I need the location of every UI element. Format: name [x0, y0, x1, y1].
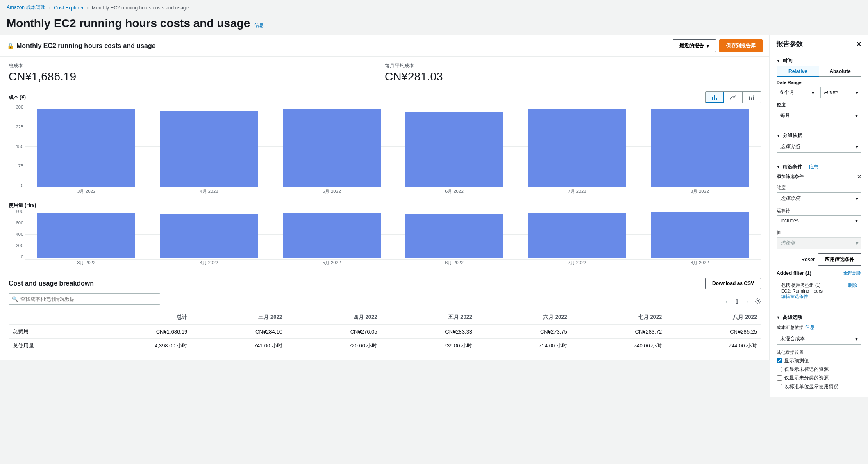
table-cell: 740.00 小时 — [571, 339, 666, 353]
stacked-chart-toggle[interactable] — [742, 92, 761, 103]
table-header: 三月 2022 — [191, 310, 286, 325]
breadcrumb-root[interactable]: Amazon 成本管理 — [7, 4, 45, 11]
show-untagged-checkbox[interactable]: 仅显示未标记的资源 — [777, 366, 861, 373]
time-section-label[interactable]: ▼时间 — [777, 57, 861, 64]
standard-units-checkbox[interactable]: 以标准单位显示使用情况 — [777, 383, 861, 390]
close-icon[interactable]: ✕ — [857, 174, 861, 180]
remove-all-filters-link[interactable]: 全部删除 — [843, 270, 861, 276]
table-cell: CN¥284.10 — [191, 325, 286, 339]
cost-agg-label: 成本汇总依据 信息 — [777, 324, 861, 331]
table-pagination: ‹ 1 › — [724, 297, 761, 306]
line-chart-icon — [730, 94, 736, 100]
filter-card-value: EC2: Running Hours — [781, 288, 857, 293]
gear-icon[interactable] — [754, 298, 761, 306]
recent-reports-button[interactable]: 最近的报告 ▾ — [673, 39, 716, 52]
filter-edit-link[interactable]: 编辑筛选条件 — [781, 294, 808, 299]
lock-icon: 🔒 — [7, 43, 14, 49]
pager-next-icon[interactable]: › — [745, 297, 750, 306]
bar-chart-toggle[interactable] — [706, 92, 724, 103]
advanced-section-label[interactable]: ▼高级选项 — [777, 314, 861, 321]
chart-bar — [528, 109, 626, 187]
date-range-select[interactable]: 6 个月▾ — [777, 87, 818, 98]
kpi-total-value: CN¥1,686.19 — [9, 70, 385, 83]
cost-agg-select[interactable]: 未混合成本▾ — [777, 333, 861, 345]
chart-bar — [283, 109, 381, 187]
value-select: 选择值▾ — [777, 237, 861, 249]
chart-bar — [651, 212, 749, 258]
chevron-right-icon: › — [87, 5, 89, 11]
filter-section-label[interactable]: ▼筛选条件 信息 — [777, 163, 861, 170]
report-bar: 🔒 Monthly EC2 running hours costs and us… — [0, 35, 769, 57]
chart-bar — [651, 109, 749, 187]
table-header: 总计 — [85, 310, 192, 325]
info-link[interactable]: 信息 — [254, 22, 264, 29]
show-forecast-checkbox[interactable]: 显示预测值 — [777, 357, 861, 364]
operator-select[interactable]: Includes▾ — [777, 215, 861, 226]
breakdown-title: Cost and usage breakdown — [9, 280, 94, 287]
absolute-toggle[interactable]: Absolute — [819, 66, 861, 77]
svg-rect-1 — [714, 95, 715, 100]
kpi-avg-value: CN¥281.03 — [385, 70, 761, 83]
relative-toggle[interactable]: Relative — [777, 66, 819, 77]
reset-button[interactable]: Reset — [801, 253, 815, 266]
save-report-button[interactable]: 保存到报告库 — [719, 39, 763, 52]
svg-rect-0 — [712, 97, 713, 100]
table-header: 五月 2022 — [382, 310, 477, 325]
dimension-select[interactable]: 选择维度▾ — [777, 192, 861, 204]
report-params-panel: 报告参数 ✕ ▼时间 Relative Absolute Date Range … — [770, 35, 868, 397]
chart-bar — [283, 213, 381, 258]
chart-bar — [528, 213, 626, 258]
pager-prev-icon[interactable]: ‹ — [724, 297, 729, 306]
chart-bar — [37, 213, 135, 258]
group-by-select[interactable]: 选择分组▾ — [777, 141, 861, 153]
line-chart-toggle[interactable] — [724, 92, 742, 103]
granularity-select[interactable]: 每月▾ — [777, 110, 861, 121]
value-label: 值 — [777, 229, 861, 235]
table-cell: 714.00 小时 — [476, 339, 571, 353]
side-header-title: 报告参数 — [777, 40, 803, 48]
caret-down-icon: ▾ — [855, 144, 858, 150]
breadcrumb-current: Monthly EC2 running hours costs and usag… — [92, 5, 189, 11]
added-filter-label: Added filter (1) — [777, 270, 811, 276]
add-filter-label: 添加筛选条件 — [777, 174, 804, 180]
chart-bar — [405, 214, 503, 258]
chart-bar — [160, 214, 258, 258]
chart-bar — [37, 109, 135, 187]
stacked-bar-icon — [748, 94, 755, 100]
close-icon[interactable]: ✕ — [856, 40, 861, 48]
show-uncategorized-checkbox[interactable]: 仅显示未分类的资源 — [777, 375, 861, 382]
group-section-label[interactable]: ▼分组依据 — [777, 132, 861, 139]
filter-delete-link[interactable]: 删除 — [848, 282, 857, 288]
download-csv-button[interactable]: Download as CSV — [705, 278, 761, 289]
table-cell: 741.00 小时 — [191, 339, 286, 353]
table-cell: CN¥1,686.19 — [85, 325, 192, 339]
caret-down-icon: ▼ — [777, 134, 780, 138]
future-select[interactable]: Future▾ — [820, 87, 862, 98]
table-cell: 总使用量 — [9, 339, 85, 353]
caret-down-icon: ▼ — [777, 165, 780, 169]
search-input[interactable] — [9, 293, 160, 305]
chart-type-toggle-group — [705, 91, 761, 103]
table-header: 四月 2022 — [286, 310, 382, 325]
search-icon: 🔍 — [12, 296, 18, 302]
caret-down-icon: ▼ — [777, 59, 780, 63]
chevron-right-icon: › — [49, 5, 50, 11]
caret-down-icon: ▾ — [855, 113, 858, 119]
caret-down-icon: ▾ — [812, 90, 814, 96]
breadcrumb-mid[interactable]: Cost Explorer — [54, 5, 84, 11]
table-cell: 739.00 小时 — [382, 339, 477, 353]
info-link[interactable]: 信息 — [805, 325, 815, 330]
caret-down-icon: ▾ — [855, 218, 858, 224]
table-cell: CN¥283.33 — [382, 325, 477, 339]
caret-down-icon: ▾ — [855, 196, 858, 201]
other-settings-label: 其他数据设置 — [777, 350, 861, 356]
chart-bar — [405, 112, 503, 187]
table-row: 总费用CN¥1,686.19CN¥284.10CN¥276.05CN¥283.3… — [9, 325, 761, 339]
caret-down-icon: ▾ — [707, 43, 709, 49]
info-link[interactable]: 信息 — [809, 163, 818, 170]
filter-card-desc: 包括 使用类型组 (1) — [781, 282, 821, 288]
table-header: 六月 2022 — [476, 310, 571, 325]
page-title: Monthly EC2 running hours costs and usag… — [7, 17, 250, 30]
apply-filter-button[interactable]: 应用筛选条件 — [818, 253, 861, 266]
table-cell: 720.00 小时 — [286, 339, 382, 353]
